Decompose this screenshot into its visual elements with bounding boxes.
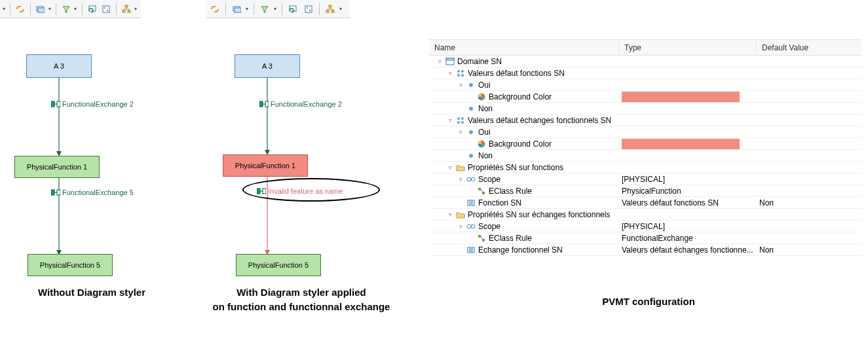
expander-icon[interactable]: ▿	[447, 117, 453, 124]
table-row[interactable]: ▿Domaine SN	[429, 56, 861, 67]
row-label: Scope	[478, 222, 500, 231]
separator	[30, 3, 31, 15]
expander-icon[interactable]: ▿	[457, 129, 464, 135]
table-row[interactable]: Fonction SNValeurs défaut fonctions SNNo…	[429, 197, 861, 209]
expander-icon[interactable]: ▿	[447, 211, 453, 218]
table-row[interactable]: ▿Propriétés SN sur fonctions	[429, 162, 861, 173]
table-row[interactable]: EClass RulePhysicalFunction	[429, 185, 861, 197]
port-icon	[51, 101, 60, 107]
edge-functional-exchange-2[interactable]: FunctionalExchange 2	[51, 100, 134, 108]
table-row[interactable]: Non	[429, 103, 861, 115]
table-row[interactable]: Non	[429, 150, 861, 162]
table-row[interactable]: ▿Propriétés SN sur échanges fonctionnels	[429, 209, 861, 221]
link-icon[interactable]	[208, 3, 221, 16]
separator	[10, 3, 10, 15]
svg-rect-8	[128, 10, 130, 12]
show-hide-icon[interactable]	[302, 3, 315, 16]
table-row[interactable]: Echange fonctionnel SNValeurs défaut éch…	[429, 244, 861, 256]
svg-rect-17	[331, 10, 334, 12]
caption-pvmt: PVMT configuration	[563, 296, 734, 307]
svg-point-36	[457, 70, 460, 73]
enum-icon	[455, 68, 466, 79]
layers-icon[interactable]	[230, 3, 243, 16]
filter-icon[interactable]	[60, 3, 72, 16]
cell-type: Valeurs défaut échanges fonctionne...	[619, 245, 757, 255]
color-swatch	[622, 92, 740, 102]
node-label: PhysicalFunction 5	[248, 261, 309, 269]
literal-icon	[466, 127, 476, 137]
separator	[82, 3, 83, 15]
table-row[interactable]: ▿Oui	[429, 79, 861, 91]
cell-name: ▿Propriétés SN sur échanges fonctionnels	[429, 209, 619, 220]
diagram-without-styler: A 3 FunctionalExchange 2 PhysicalFunctio…	[0, 18, 197, 358]
refresh-diagram-icon[interactable]	[86, 3, 98, 16]
node-physicalfunction-1-styled[interactable]: PhysicalFunction 1	[223, 154, 308, 177]
node-a3[interactable]: A 3	[26, 54, 92, 78]
row-label: Scope	[478, 175, 500, 184]
edge-functional-exchange-5[interactable]: FunctionalExchange 5	[51, 188, 134, 196]
col-header-default[interactable]: Default Value	[757, 40, 861, 55]
expander-icon[interactable]: ▿	[457, 176, 464, 183]
table-row[interactable]: ▿Oui	[429, 126, 861, 138]
layout-tree-icon[interactable]	[121, 3, 132, 16]
layers-icon[interactable]	[35, 3, 47, 16]
table-row[interactable]: ▿Scope[PHYSICAL]	[429, 173, 861, 185]
dropdown-arrow-icon[interactable]: ▾	[244, 3, 250, 16]
node-label: PhysicalFunction 5	[40, 261, 100, 269]
caption-right-line1: With Diagram styler applied	[197, 287, 406, 298]
row-label: Non	[478, 104, 493, 113]
node-physicalfunction-5[interactable]: PhysicalFunction 5	[236, 254, 321, 276]
svg-point-13	[307, 7, 308, 9]
dropdown-arrow-icon[interactable]: ▾	[73, 3, 78, 16]
cell-type	[619, 92, 757, 102]
node-physicalfunction-5[interactable]: PhysicalFunction 5	[28, 254, 113, 276]
filter-icon[interactable]	[258, 3, 271, 16]
color-swatch	[622, 139, 740, 149]
expander-icon[interactable]: ▿	[457, 223, 464, 230]
edge-functional-exchange-2[interactable]: FunctionalExchange 2	[259, 100, 342, 108]
dropdown-arrow-icon[interactable]: ▾	[273, 3, 278, 16]
folder-icon	[455, 162, 466, 173]
svg-point-37	[461, 70, 464, 73]
cell-name: EClass Rule	[429, 186, 619, 196]
expander-icon[interactable]: ▿	[447, 70, 453, 77]
cell-type: FunctionalExchange	[619, 234, 757, 243]
svg-rect-35	[446, 58, 454, 60]
table-row[interactable]: EClass RuleFunctionalExchange	[429, 232, 861, 244]
show-hide-icon[interactable]	[101, 3, 113, 16]
literal-icon	[466, 80, 476, 90]
row-label: Propriétés SN sur fonctions	[468, 163, 563, 172]
table-row[interactable]: Background Color	[429, 138, 861, 150]
node-label: PhysicalFunction 1	[235, 162, 295, 170]
expander-icon	[468, 235, 474, 242]
expander-icon[interactable]: ▿	[436, 58, 443, 65]
table-row[interactable]: ▿Valeurs défaut fonctions SN	[429, 67, 861, 79]
separator	[56, 3, 56, 15]
cell-type: [PHYSICAL]	[619, 175, 757, 184]
refresh-diagram-icon[interactable]	[286, 3, 299, 16]
dropdown-arrow-icon[interactable]: ▾	[134, 3, 138, 16]
svg-point-47	[469, 130, 473, 134]
table-row[interactable]: Background Color	[429, 91, 861, 103]
caption-left: Without Diagram styler	[20, 287, 164, 298]
node-physicalfunction-1[interactable]: PhysicalFunction 1	[14, 156, 100, 178]
expander-icon[interactable]: ▿	[447, 164, 453, 171]
svg-rect-20	[51, 101, 54, 107]
svg-point-46	[461, 121, 464, 124]
row-label: Valeurs défaut échanges fonctionnels SN	[468, 116, 611, 125]
col-header-type[interactable]: Type	[619, 40, 757, 55]
node-a3[interactable]: A 3	[235, 54, 300, 78]
expander-icon	[468, 188, 474, 194]
table-row[interactable]: ▿Scope[PHYSICAL]	[429, 221, 861, 232]
expander-icon[interactable]: ▿	[457, 82, 464, 88]
col-header-name[interactable]: Name	[429, 40, 619, 55]
cell-name: ▿Scope	[429, 221, 619, 232]
layout-tree-icon[interactable]	[324, 3, 337, 16]
dropdown-arrow-icon[interactable]: ▾	[47, 3, 52, 16]
table-row[interactable]: ▿Valeurs défaut échanges fonctionnels SN	[429, 115, 861, 126]
dropdown-arrow-icon[interactable]: ▾	[1, 3, 6, 16]
link-icon[interactable]	[14, 3, 26, 16]
cell-name: ▿Oui	[429, 80, 619, 90]
edge-label-text: FunctionalExchange 2	[271, 100, 342, 108]
dropdown-arrow-icon[interactable]: ▾	[338, 3, 343, 16]
